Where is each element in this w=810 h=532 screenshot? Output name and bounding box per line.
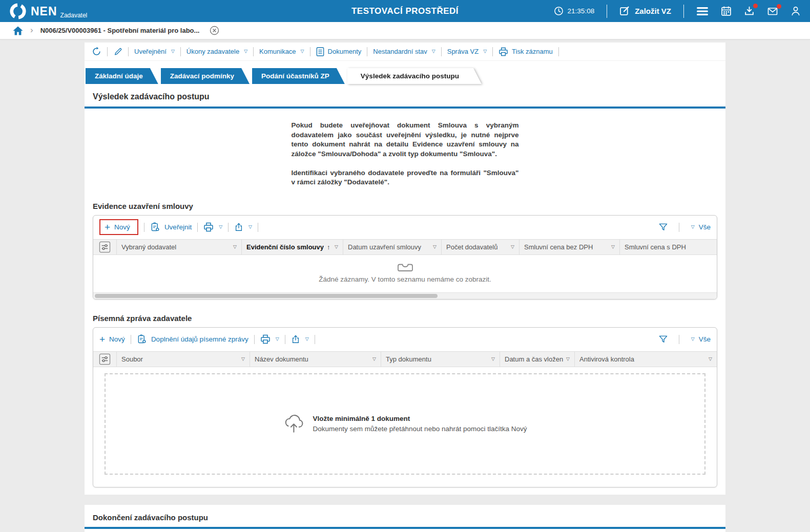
column-settings-button[interactable] [93,352,117,367]
refresh-button[interactable] [92,47,101,56]
filter-dropdown-icon[interactable]: ▽ [233,245,237,249]
menu-button[interactable] [696,7,709,16]
chevron-down-icon: ▽ [483,49,487,54]
header-divider [607,5,607,18]
create-vz-label: Založit VZ [635,7,671,15]
logo-subtitle: Zadavatel [60,12,88,19]
user-profile-button[interactable] [791,6,801,16]
annotation-highlight-new-button: + Nový [99,219,138,235]
page-title: Výsledek zadávacího postupu [85,84,725,109]
scrollbar-thumb[interactable] [95,294,438,298]
report-view-all-button[interactable]: ▽ Vše [690,335,711,343]
tab-zakladni-udaje[interactable]: Základní údaje [86,68,158,84]
column-header-datum-vlozeni[interactable]: Datum a čas vložení ▽ [500,352,575,367]
calendar-button[interactable] [721,6,732,16]
calendar-icon [721,6,732,16]
record-toolbar: Uveřejnění ▽ Úkony zadavatele ▽ Komunika… [85,42,725,61]
menu-publication[interactable]: Uveřejnění ▽ [134,48,175,55]
filter-dropdown-icon[interactable]: ▽ [709,357,712,361]
column-header-cena-s-dph[interactable]: Smluvní cena s DPH [620,240,717,254]
print-record-button[interactable]: Tisk záznamu [499,47,553,56]
report-export-button[interactable]: ▽ [291,334,309,344]
chevron-down-icon: ▽ [305,337,309,342]
menu-communication[interactable]: Komunikace ▽ [259,48,304,55]
downloads-button[interactable] [744,6,755,16]
document-icon [316,47,324,56]
empty-tray-icon [397,263,413,272]
completion-card: Dokončení zadávacího postupu Uzamknout V… [85,505,725,532]
report-print-button[interactable]: ▽ [260,334,279,344]
clipboard-gear-icon [137,334,147,344]
printer-icon [260,334,271,344]
dropzone-title: Vložte minimálně 1 dokument [313,415,527,422]
edit-button[interactable] [113,47,122,56]
report-supplement-button[interactable]: Doplnění údajů písemné zprávy [137,334,248,344]
toolbar-divider [558,47,559,56]
column-header-evidencni-cislo[interactable]: Evidenční číslo smlouvy ↑ ▽ [242,240,343,254]
contracts-print-button[interactable]: ▽ [203,222,222,232]
cloud-upload-icon [283,414,305,434]
tab-zadavaci-podminky[interactable]: Zadávací podmínky [161,68,250,84]
tab-podani-ucastniku[interactable]: Podání účastníků ZP [252,68,345,84]
document-dropzone[interactable]: Vložte minimálně 1 dokument Dokumenty se… [105,373,705,475]
filter-dropdown-icon[interactable]: ▽ [241,357,245,361]
hamburger-icon [696,7,709,16]
contracts-view-all-button[interactable]: ▽ Vše [690,223,711,231]
column-header-nazev-dokumentu[interactable]: Název dokumentu ▽ [250,352,381,367]
filter-dropdown-icon[interactable]: ▽ [433,245,437,249]
column-header-vybrany-dodavatel[interactable]: Vybraný dodavatel ▽ [117,240,242,254]
toolbar-divider [228,223,229,232]
tab-bar: Základní údaje Zadávací podmínky Podání … [85,61,725,84]
breadcrumb-record-title[interactable]: N006/25/V00003961 - Spotřební materiál p… [40,27,200,34]
contracts-export-button[interactable]: ▽ [234,222,252,232]
toolbar-divider [310,47,310,56]
toolbar-divider [315,335,315,344]
plus-icon: + [105,224,110,231]
info-text: Pokud budete uveřejňovat dokument Smlouv… [292,121,519,187]
report-new-button[interactable]: + Nový [99,335,125,343]
horizontal-scrollbar[interactable] [93,292,717,299]
toolbar-divider [679,223,679,232]
filter-dropdown-icon[interactable]: ▽ [566,357,570,361]
printer-icon [499,47,508,56]
contracts-new-button[interactable]: + Nový [105,223,130,231]
create-vz-button[interactable]: Založit VZ [619,6,671,16]
sort-ascending-icon: ↑ [327,243,330,251]
filter-funnel-icon[interactable] [658,335,668,344]
menu-documents[interactable]: Dokumenty [316,47,362,56]
messages-button[interactable] [767,6,778,16]
filter-dropdown-icon[interactable]: ▽ [491,357,495,361]
column-header-soubor[interactable]: Soubor ▽ [117,352,250,367]
toolbar-divider [180,47,181,56]
tab-vysledek-postupu[interactable]: Výsledek zadávacího postupu [347,68,482,84]
filter-dropdown-icon[interactable]: ▽ [372,357,376,361]
nen-logo-icon [9,3,27,20]
filter-dropdown-icon[interactable]: ▽ [611,245,615,249]
column-header-antivirova-kontrola[interactable]: Antivirová kontrola ▽ [575,352,717,367]
home-icon[interactable] [13,26,23,35]
time-value: 21:35:08 [568,7,595,15]
column-settings-button[interactable] [93,240,117,254]
column-header-datum-uzavreni[interactable]: Datum uzavření smlouvy ▽ [343,240,442,254]
breadcrumb-chevron-icon: › [30,26,33,34]
menu-vz-admin[interactable]: Správa VZ ▽ [447,48,487,55]
nen-logo[interactable]: NEN Zadavatel [9,3,87,20]
column-header-pocet-dodavatelu[interactable]: Počet dodavatelů ▽ [442,240,520,254]
filter-dropdown-icon[interactable]: ▽ [335,245,338,249]
close-record-icon[interactable] [210,26,219,35]
contracts-publish-button[interactable]: Uveřejnit [150,222,192,232]
clock-icon [554,6,564,16]
info-paragraph-1: Pokud budete uveřejňovat dokument Smlouv… [292,121,519,159]
plus-icon: + [99,336,105,343]
filter-funnel-icon[interactable] [658,223,668,232]
session-clock: 21:35:08 [554,6,595,16]
chevron-down-icon: ▽ [248,225,252,229]
column-header-typ-dokumentu[interactable]: Typ dokumentu ▽ [381,352,500,367]
toolbar-divider [254,335,255,344]
column-header-cena-bez-dph[interactable]: Smluvní cena bez DPH ▽ [520,240,620,254]
toolbar-divider [107,47,108,56]
filter-dropdown-icon[interactable]: ▽ [511,245,514,249]
notification-badge [753,4,758,8]
menu-nonstandard-state[interactable]: Nestandardní stav ▽ [373,48,435,55]
menu-contracting-actions[interactable]: Úkony zadavatele ▽ [186,48,247,55]
